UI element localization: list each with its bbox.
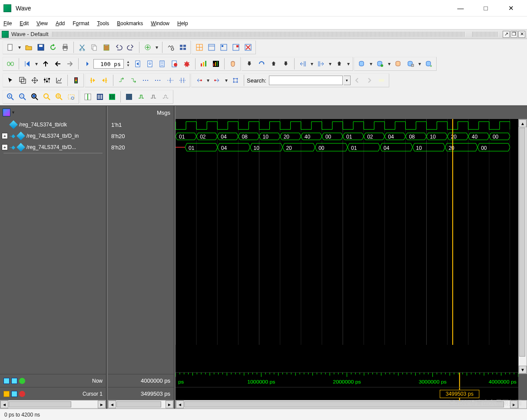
cursor-time-row[interactable]: 3499503 ps (176, 387, 518, 400)
search-next-icon[interactable] (364, 75, 375, 86)
signal-props-icon[interactable] (53, 75, 65, 86)
menu-add[interactable]: Add (56, 19, 65, 26)
flag-red-icon[interactable] (230, 42, 242, 53)
step-back-icon[interactable] (22, 58, 33, 69)
wave-hscroll[interactable]: ◄ ► (176, 400, 518, 409)
wave-vscroll[interactable]: ▲ ▼ (518, 119, 527, 374)
find-icon[interactable] (165, 42, 176, 53)
new-file-icon[interactable] (5, 42, 16, 53)
flag-delete-icon[interactable] (242, 42, 254, 53)
print-icon[interactable] (60, 42, 71, 53)
undo-icon[interactable] (113, 42, 124, 53)
dnarc-1-icon[interactable] (256, 58, 267, 69)
layout-1-icon[interactable] (194, 42, 205, 53)
scroll-right-icon[interactable]: ► (98, 400, 106, 408)
refresh-icon[interactable] (47, 42, 59, 53)
wave-mode-4-icon[interactable] (123, 91, 135, 103)
signal-value[interactable]: 8'h20 (108, 142, 174, 153)
scroll-left-icon[interactable]: ◄ (108, 400, 116, 408)
edge-prev-1-icon[interactable] (116, 75, 127, 86)
zoom-cursor-2-icon[interactable] (53, 91, 65, 103)
leftstack-dd-icon[interactable]: ▾ (309, 58, 315, 69)
cursor-insert-2-icon[interactable] (99, 75, 110, 86)
new-file-dropdown-icon[interactable]: ▾ (17, 42, 22, 53)
zoom-area-icon[interactable] (17, 75, 28, 86)
waveform-canvas[interactable]: 0102040810204000010204081020400001041020… (176, 119, 518, 372)
layout-2-icon[interactable] (206, 42, 217, 53)
wave-mode-2-icon[interactable] (94, 91, 106, 103)
left-arrow-icon[interactable] (52, 58, 63, 69)
edge-next-dots-icon[interactable] (152, 75, 164, 86)
db-5-icon[interactable] (423, 58, 434, 69)
add-dropdown-icon[interactable]: ▾ (154, 42, 159, 53)
add-cursor-icon[interactable] (19, 378, 25, 384)
add-to-wave-icon[interactable] (142, 42, 153, 53)
menu-tools[interactable]: Tools (97, 19, 109, 26)
zoom-cursor-1-icon[interactable] (41, 91, 53, 103)
netright-dd-icon[interactable]: ▾ (224, 75, 229, 86)
wave-mode-6-icon[interactable] (148, 91, 159, 103)
pane-close-button[interactable]: ✕ (518, 31, 525, 38)
dnarrow-blue-1-icon[interactable]: 🡇 (244, 58, 255, 69)
signal-value[interactable]: 8'h20 (108, 130, 174, 142)
cut-icon[interactable] (76, 42, 88, 53)
edge-next-1-icon[interactable] (128, 75, 139, 86)
netleft-dd-icon[interactable]: ▾ (205, 75, 211, 86)
window-close-button[interactable]: ✕ (504, 4, 517, 12)
redo-icon[interactable] (125, 42, 136, 53)
right-arrow-icon[interactable] (64, 58, 76, 69)
right-stack-icon[interactable] (315, 58, 327, 69)
pane-restore-button[interactable]: ❐ (510, 31, 517, 38)
pan-hand-icon[interactable] (227, 58, 239, 69)
copy-icon[interactable] (89, 42, 100, 53)
pane-grip[interactable] (52, 32, 466, 37)
zoom-full-icon[interactable] (29, 91, 40, 103)
menu-edit[interactable]: Edit (20, 19, 29, 26)
time-stepper[interactable]: ▲▼ (125, 58, 132, 69)
step-back-dropdown-icon[interactable]: ▾ (34, 58, 39, 69)
signal-row[interactable]: +-◆/reg_74LS374_tb/D_in (0, 130, 106, 142)
search-dropdown-icon[interactable]: ▾ (344, 76, 351, 85)
window-minimize-button[interactable]: — (454, 4, 467, 12)
time-ruler-now[interactable]: 1000000 ps2000000 ps3000000 psps4000000 … (176, 372, 518, 387)
nav-right-icon[interactable] (11, 378, 17, 384)
run-icon[interactable] (133, 58, 144, 69)
run-continue-icon[interactable] (157, 58, 168, 69)
dnarrow-blue-2-icon[interactable]: 🡇 (280, 58, 292, 69)
search-input[interactable] (269, 76, 343, 85)
scroll-down-icon[interactable]: ▼ (519, 366, 527, 374)
menu-bookmarks[interactable]: Bookmarks (117, 19, 143, 26)
move-icon[interactable] (29, 75, 40, 86)
coverage-1-icon[interactable] (198, 58, 209, 69)
run-all-down-icon[interactable] (145, 58, 156, 69)
scroll-left-icon[interactable]: ◄ (176, 400, 184, 408)
expand-toggle[interactable]: + (2, 144, 8, 150)
sliders-icon[interactable] (41, 75, 53, 86)
menu-file[interactable]: File (3, 19, 12, 26)
zoom-in-icon[interactable] (5, 91, 16, 103)
paste-icon[interactable] (101, 42, 112, 53)
signal-row[interactable]: /reg_74LS374_tb/clk (0, 119, 106, 130)
pane-grip-2[interactable] (472, 32, 498, 37)
db-4-icon[interactable] (405, 58, 416, 69)
signal-list[interactable]: /reg_74LS374_tb/clk+-◆/reg_74LS374_tb/D_… (0, 119, 106, 374)
run-length-left-icon[interactable] (81, 58, 93, 69)
value-hscroll[interactable]: ◄ ► (108, 400, 174, 409)
scroll-right-icon[interactable]: ► (510, 400, 518, 408)
up-arrow-icon[interactable] (40, 58, 51, 69)
link-icon[interactable] (5, 58, 16, 69)
remove-cursor-icon[interactable] (19, 391, 25, 397)
uparrow-blue-2-icon[interactable]: 🡅 (334, 58, 345, 69)
coverage-2-icon[interactable] (210, 58, 222, 69)
expand-toggle[interactable]: + (2, 133, 8, 139)
traffic-light-icon[interactable] (70, 75, 82, 86)
scroll-left-icon[interactable]: ◄ (0, 400, 8, 408)
up2-dd-icon[interactable]: ▾ (346, 58, 351, 69)
run-length-input[interactable] (93, 59, 124, 69)
db1-dd-icon[interactable]: ▾ (368, 58, 374, 69)
rightstack-dd-icon[interactable]: ▾ (328, 58, 333, 69)
menu-view[interactable]: View (36, 19, 48, 26)
edit-cursor-icon[interactable] (11, 391, 17, 397)
uparrow-blue-1-icon[interactable]: 🡅 (268, 58, 279, 69)
zoom-region-icon[interactable] (66, 91, 77, 103)
